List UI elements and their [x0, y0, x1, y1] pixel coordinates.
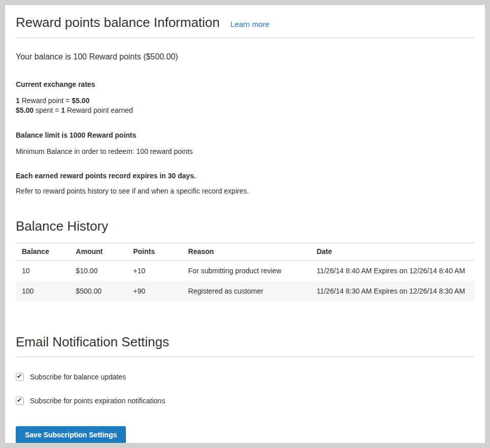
expiry-text: Each earned reward points record expires… — [16, 172, 474, 180]
balance-history-section: Balance History Balance Amount Points Re… — [16, 219, 474, 301]
cell-date: 11/26/14 8:40 AM Expires on 12/26/14 8:4… — [311, 260, 474, 281]
cell-points: +10 — [128, 260, 183, 281]
page-header: Reward points balance Information Learn … — [16, 15, 474, 30]
save-subscription-settings-button[interactable]: Save Subscription Settings — [16, 426, 126, 443]
cell-reason: Registered as customer — [183, 281, 312, 301]
cell-balance: 100 — [16, 281, 71, 301]
exchange-rate-line-1: 1 Reward point = $5.00 — [16, 96, 474, 106]
balance-updates-checkbox[interactable] — [16, 373, 24, 381]
points-expiration-option: Subscribe for points expiration notifica… — [16, 397, 474, 405]
minimum-balance-text: Minimum Balance in order to redeem: 100 … — [16, 147, 474, 155]
table-row: 10 $10.00 +10 For submitting product rev… — [16, 260, 474, 281]
exchange-rates-heading: Current exchange rates — [16, 80, 474, 88]
expiry-note-text: Refer to reward points history to see if… — [16, 187, 474, 195]
cell-amount: $10.00 — [71, 260, 128, 281]
balance-summary: Your balance is 100 Reward points ($500.… — [16, 52, 474, 61]
column-header-reason: Reason — [183, 243, 312, 260]
balance-updates-option: Subscribe for balance updates — [16, 373, 474, 381]
balance-history-title: Balance History — [16, 219, 474, 234]
balance-updates-label[interactable]: Subscribe for balance updates — [30, 373, 126, 381]
table-header-row: Balance Amount Points Reason Date — [16, 243, 474, 260]
exchange-rate-line-2: $5.00 spent = 1 Reward point earned — [16, 106, 474, 115]
column-header-balance: Balance — [16, 243, 71, 260]
learn-more-link[interactable]: Learn more — [231, 20, 270, 28]
column-header-date: Date — [311, 243, 474, 260]
email-notification-section: Email Notification Settings Subscribe fo… — [16, 335, 474, 443]
table-row: 100 $500.00 +90 Registered as customer 1… — [16, 281, 474, 301]
email-section-divider — [16, 357, 474, 357]
column-header-points: Points — [128, 243, 183, 260]
balance-limit-text: Balance limit is 1000 Reward points — [16, 131, 474, 139]
reward-points-card: Reward points balance Information Learn … — [5, 5, 485, 443]
points-expiration-checkbox[interactable] — [16, 397, 24, 405]
cell-balance: 10 — [16, 260, 71, 281]
exchange-rates-lines: 1 Reward point = $5.00 $5.00 spent = 1 R… — [16, 96, 474, 115]
points-expiration-label[interactable]: Subscribe for points expiration notifica… — [30, 397, 165, 405]
cell-points: +90 — [128, 281, 183, 301]
email-notification-title: Email Notification Settings — [16, 335, 474, 350]
page-title: Reward points balance Information — [16, 15, 220, 30]
column-header-amount: Amount — [71, 243, 128, 260]
cell-date: 11/26/14 8:30 AM Expires on 12/26/14 8:3… — [311, 281, 474, 301]
cell-reason: For submitting product review — [183, 260, 312, 281]
header-divider — [16, 38, 474, 38]
balance-history-table: Balance Amount Points Reason Date 10 $10… — [16, 243, 474, 301]
cell-amount: $500.00 — [71, 281, 128, 301]
